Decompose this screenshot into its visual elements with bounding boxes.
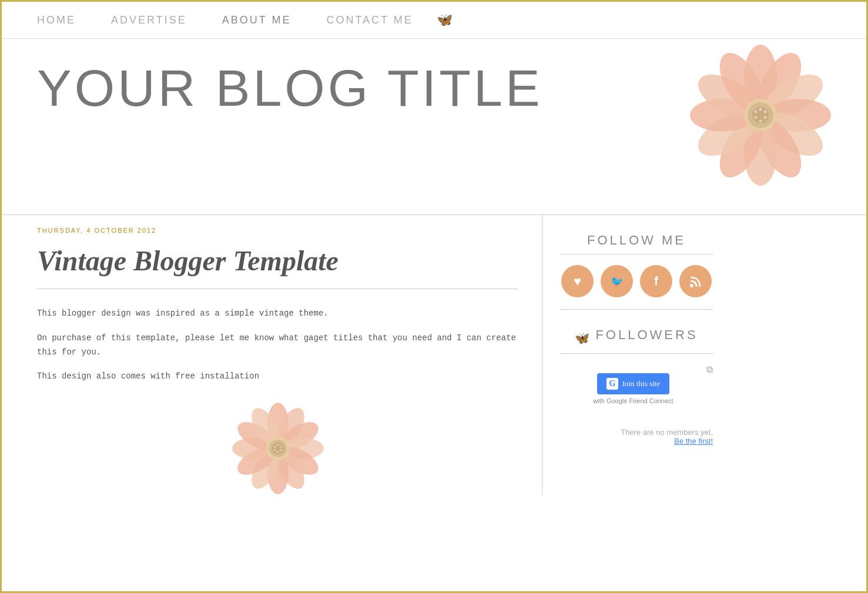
main-layout: THURSDAY, 4 OCTOBER 2012 Vintage Blogger… xyxy=(2,215,866,495)
join-site-button[interactable]: G Join this site xyxy=(597,373,669,394)
svg-point-17 xyxy=(764,116,767,119)
be-first-link[interactable]: Be the first! xyxy=(560,437,713,445)
svg-point-15 xyxy=(759,108,762,111)
follow-divider-bottom xyxy=(560,309,713,310)
followers-header: 🦋 FOLLOWERS xyxy=(560,327,713,349)
navigation: HOME ADVERTISE ABOUT ME CONTACT ME 🦋 xyxy=(2,2,866,39)
content-area: THURSDAY, 4 OCTOBER 2012 Vintage Blogger… xyxy=(37,215,542,495)
social-icon-twitter[interactable]: 🐦 xyxy=(601,265,633,297)
nav-home[interactable]: HOME xyxy=(37,14,76,26)
social-icon-facebook[interactable]: f xyxy=(640,265,672,297)
svg-point-36 xyxy=(277,444,279,446)
svg-point-40 xyxy=(274,449,276,451)
post-paragraph-3: This design also comes with free install… xyxy=(37,370,518,384)
svg-point-42 xyxy=(690,284,693,287)
post-divider xyxy=(37,289,518,289)
social-icon-heart[interactable]: ♥ xyxy=(561,265,594,297)
post-body: This blogger design was inspired as a si… xyxy=(37,307,518,384)
followers-section: 🦋 FOLLOWERS G Join this site with Google… xyxy=(560,327,713,445)
social-icon-rss[interactable] xyxy=(679,265,712,297)
join-button-label: Join this site xyxy=(622,379,660,388)
butterfly-followers-icon: 🦋 xyxy=(575,331,589,345)
social-icons: ♥ 🐦 f xyxy=(560,265,713,297)
google-icon: G xyxy=(606,378,618,390)
follow-divider xyxy=(560,254,713,254)
header-area: YOUR BLOG TITLE xyxy=(2,39,866,215)
copy-icon[interactable]: ⧉ xyxy=(706,364,713,375)
nav-about[interactable]: ABOUT ME xyxy=(222,14,291,26)
svg-point-38 xyxy=(280,449,282,451)
follow-me-section: FOLLOW ME ♥ 🐦 f xyxy=(560,233,713,310)
svg-point-39 xyxy=(277,451,279,453)
post-paragraph-2: On purchase of this template, please let… xyxy=(37,331,518,360)
svg-point-16 xyxy=(764,110,767,113)
butterfly-icon: 🦋 xyxy=(437,12,453,28)
sidebar: FOLLOW ME ♥ 🐦 f 🦋 FOLLOWERS xyxy=(542,215,730,495)
post-paragraph-1: This blogger design was inspired as a si… xyxy=(37,307,518,321)
google-g-letter: G xyxy=(609,379,616,388)
followers-divider xyxy=(560,353,713,354)
followers-title: FOLLOWERS xyxy=(595,327,698,343)
svg-point-37 xyxy=(280,445,282,448)
nav-contact[interactable]: CONTACT ME xyxy=(326,14,413,26)
post-date: THURSDAY, 4 OCTOBER 2012 xyxy=(37,227,518,234)
post-flower xyxy=(37,401,518,495)
svg-point-41 xyxy=(274,445,276,448)
nav-advertise[interactable]: ADVERTISE xyxy=(111,14,187,26)
no-members-text: There are no members yet. xyxy=(560,428,713,437)
post-title: Vintage Blogger Template xyxy=(37,244,518,277)
svg-point-20 xyxy=(755,110,758,113)
svg-point-19 xyxy=(755,116,758,119)
google-connect-text: with Google Friend Connect xyxy=(560,397,706,404)
header-flower xyxy=(690,45,831,186)
svg-point-18 xyxy=(759,120,762,123)
follow-me-title: FOLLOW ME xyxy=(560,233,713,248)
